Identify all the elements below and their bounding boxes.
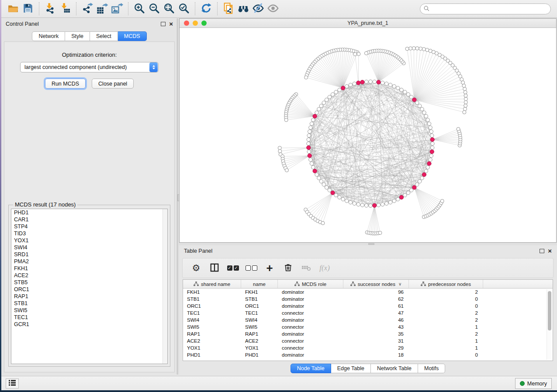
zoom-out-button[interactable] (147, 1, 162, 16)
graph-node[interactable] (429, 158, 432, 162)
graph-node[interactable] (464, 104, 467, 107)
graph-hub-node[interactable] (356, 81, 360, 85)
graph-hub-node[interactable] (360, 80, 364, 84)
mcds-result-item[interactable]: STB1 (11, 300, 167, 307)
split-view-button[interactable] (209, 262, 220, 274)
column-header-shared-name[interactable]: shared name (183, 280, 241, 288)
graph-node[interactable] (406, 93, 410, 96)
apply-layout-button[interactable] (199, 1, 214, 16)
run-mcds-button[interactable]: Run MCDS (45, 79, 86, 89)
graph-node[interactable] (464, 90, 467, 94)
graph-node[interactable] (409, 95, 413, 99)
graph-node[interactable] (315, 173, 318, 176)
graph-hub-node[interactable] (427, 162, 431, 165)
column-header-MCDS-role[interactable]: MCDS role (278, 280, 343, 288)
graph-node[interactable] (307, 142, 310, 145)
graph-node[interactable] (307, 134, 311, 137)
mcds-result-item[interactable]: ORC1 (11, 286, 167, 293)
memory-button[interactable]: Memory (515, 378, 552, 389)
graph-node[interactable] (377, 203, 380, 207)
graph-node[interactable] (356, 203, 360, 206)
graph-node[interactable] (420, 107, 424, 111)
table-row[interactable]: PHD1PHD1dominator180 (183, 351, 546, 358)
graph-node[interactable] (415, 47, 419, 50)
graph-node[interactable] (322, 101, 325, 104)
graph-hub-node[interactable] (399, 195, 403, 199)
graph-hub-node[interactable] (313, 114, 317, 118)
graph-node[interactable] (284, 118, 288, 122)
zoom-fit-button[interactable] (162, 1, 176, 16)
table-row[interactable]: TEC1TEC1connector472 (183, 309, 546, 316)
column-header-predecessor-nodes[interactable]: predecessor nodes (409, 280, 483, 288)
column-header-name[interactable]: name (241, 280, 278, 288)
graph-node[interactable] (415, 101, 419, 104)
close-panel-button[interactable]: Close panel (92, 79, 134, 89)
graph-node[interactable] (392, 199, 396, 203)
mcds-result-item[interactable]: CAR1 (11, 216, 167, 223)
graph-node[interactable] (307, 150, 311, 153)
graph-node[interactable] (429, 130, 433, 133)
graph-hub-node[interactable] (422, 172, 426, 176)
tab-motifs[interactable]: Motifs (418, 364, 445, 373)
graph-node[interactable] (463, 87, 467, 91)
graph-node[interactable] (403, 90, 407, 94)
graph-hub-node[interactable] (377, 80, 381, 84)
graph-node[interactable] (396, 197, 400, 201)
tab-style[interactable]: Style (65, 31, 90, 41)
table-row[interactable]: SWI4SWI4dominator462 (183, 316, 546, 323)
splitter-handle[interactable] (368, 243, 374, 245)
graph-node[interactable] (418, 104, 421, 107)
mcds-result-item[interactable]: STP4 (11, 223, 167, 230)
task-history-button[interactable] (6, 378, 19, 389)
graph-node[interactable] (309, 158, 312, 162)
graph-node[interactable] (278, 149, 282, 153)
graph-node[interactable] (315, 111, 318, 114)
graph-node[interactable] (406, 191, 410, 194)
graph-node[interactable] (369, 80, 372, 83)
export-network-button[interactable] (80, 1, 95, 16)
graph-node[interactable] (349, 200, 352, 204)
mcds-result-item[interactable]: PMA2 (11, 258, 167, 265)
graph-node[interactable] (427, 122, 431, 125)
mcds-result-item[interactable]: TEC1 (11, 314, 167, 321)
graph-node[interactable] (388, 83, 392, 86)
column-header-successor-nodes[interactable]: successor nodes∨ (343, 280, 409, 288)
table-row[interactable]: FKH1FKH1dominator962 (183, 289, 546, 296)
graph-node[interactable] (381, 203, 384, 206)
graph-node[interactable] (464, 97, 467, 101)
graph-node[interactable] (345, 85, 348, 88)
open-file-button[interactable] (6, 1, 21, 16)
graph-node[interactable] (317, 176, 321, 180)
graph-node[interactable] (325, 186, 328, 189)
graph-node[interactable] (418, 179, 421, 183)
graph-node[interactable] (424, 169, 428, 173)
graph-node[interactable] (319, 104, 323, 107)
import-network-button[interactable] (43, 1, 58, 16)
graph-node[interactable] (360, 203, 364, 207)
function-builder-button[interactable]: f(x) (319, 262, 330, 274)
hide-selected-button[interactable] (251, 1, 266, 16)
mcds-result-item[interactable]: ACE2 (11, 272, 167, 279)
table-row[interactable]: SWI5SWI5connector431 (183, 323, 546, 330)
tab-mcds[interactable]: MCDS (118, 31, 147, 41)
graph-node[interactable] (431, 142, 434, 145)
graph-node[interactable] (349, 83, 352, 86)
graph-node[interactable] (373, 80, 376, 83)
graph-node[interactable] (464, 107, 467, 111)
zoom-in-button[interactable] (132, 1, 147, 16)
graph-node[interactable] (464, 94, 467, 97)
graph-node[interactable] (369, 204, 372, 207)
graph-node[interactable] (403, 193, 407, 197)
graph-node[interactable] (319, 179, 323, 183)
mcds-result-item[interactable]: SRD1 (11, 251, 167, 258)
graph-node[interactable] (322, 182, 325, 186)
mcds-result-item[interactable]: GCR1 (11, 321, 167, 328)
graph-node[interactable] (426, 165, 429, 169)
graph-hub-node[interactable] (331, 191, 335, 195)
graph-node[interactable] (405, 47, 409, 51)
graph-node[interactable] (396, 86, 400, 89)
graph-hub-node[interactable] (307, 146, 311, 150)
graph-node[interactable] (338, 88, 341, 92)
deselect-all-button[interactable] (246, 262, 257, 274)
clone-network-button[interactable] (221, 1, 236, 16)
